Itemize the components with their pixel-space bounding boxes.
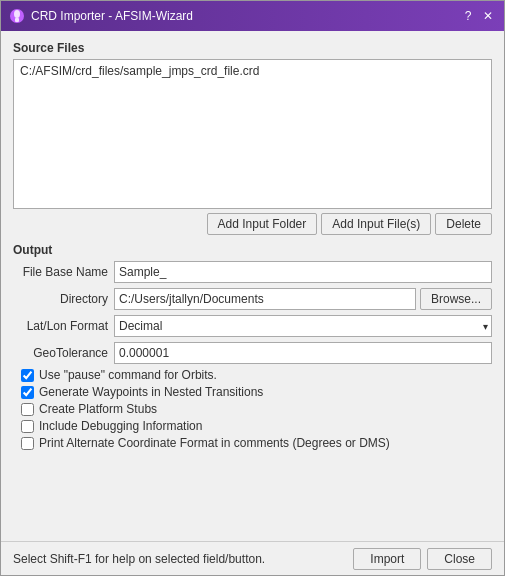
directory-label: Directory xyxy=(13,292,108,306)
svg-rect-2 xyxy=(15,18,19,22)
include-debugging-checkbox[interactable] xyxy=(21,420,34,433)
file-base-name-label: File Base Name xyxy=(13,265,108,279)
help-button[interactable]: ? xyxy=(460,8,476,24)
output-grid: File Base Name Directory Browse... Lat/L… xyxy=(13,261,492,364)
print-alternate-coord-checkbox[interactable] xyxy=(21,437,34,450)
lat-lon-format-select[interactable]: Decimal DMS xyxy=(114,315,492,337)
checkbox-row-4: Include Debugging Information xyxy=(21,419,492,433)
waypoints-nested-checkbox[interactable] xyxy=(21,386,34,399)
close-button[interactable]: ✕ xyxy=(480,8,496,24)
close-dialog-button[interactable]: Close xyxy=(427,548,492,570)
source-files-box: C:/AFSIM/crd_files/sample_jmps_crd_file.… xyxy=(13,59,492,209)
status-bar: Select Shift-F1 for help on selected fie… xyxy=(1,541,504,575)
title-bar-left: CRD Importer - AFSIM-Wizard xyxy=(9,8,193,24)
main-window: CRD Importer - AFSIM-Wizard ? ✕ Source F… xyxy=(0,0,505,576)
geo-tolerance-label: GeoTolerance xyxy=(13,346,108,360)
status-buttons: Import Close xyxy=(353,548,492,570)
lat-lon-format-label: Lat/Lon Format xyxy=(13,319,108,333)
checkbox-row-1: Use "pause" command for Orbits. xyxy=(21,368,492,382)
svg-point-1 xyxy=(14,10,20,18)
directory-row: Directory Browse... xyxy=(13,288,492,310)
window-title: CRD Importer - AFSIM-Wizard xyxy=(31,9,193,23)
create-platform-stubs-label: Create Platform Stubs xyxy=(39,402,157,416)
file-base-name-row: File Base Name xyxy=(13,261,492,283)
source-files-label: Source Files xyxy=(13,41,492,55)
create-platform-stubs-checkbox[interactable] xyxy=(21,403,34,416)
checkbox-row-3: Create Platform Stubs xyxy=(21,402,492,416)
import-button[interactable]: Import xyxy=(353,548,421,570)
print-alternate-coord-label: Print Alternate Coordinate Format in com… xyxy=(39,436,390,450)
browse-button[interactable]: Browse... xyxy=(420,288,492,310)
add-input-files-button[interactable]: Add Input File(s) xyxy=(321,213,431,235)
source-files-section: Source Files C:/AFSIM/crd_files/sample_j… xyxy=(13,41,492,235)
checkbox-row-2: Generate Waypoints in Nested Transitions xyxy=(21,385,492,399)
delete-button[interactable]: Delete xyxy=(435,213,492,235)
main-content: Source Files C:/AFSIM/crd_files/sample_j… xyxy=(1,31,504,541)
add-input-folder-button[interactable]: Add Input Folder xyxy=(207,213,318,235)
checkbox-row-5: Print Alternate Coordinate Format in com… xyxy=(21,436,492,450)
directory-input-group: Browse... xyxy=(114,288,492,310)
status-text: Select Shift-F1 for help on selected fie… xyxy=(13,552,265,566)
include-debugging-label: Include Debugging Information xyxy=(39,419,202,433)
pause-orbits-label: Use "pause" command for Orbits. xyxy=(39,368,217,382)
directory-input[interactable] xyxy=(114,288,416,310)
output-label: Output xyxy=(13,243,492,257)
source-buttons: Add Input Folder Add Input File(s) Delet… xyxy=(13,213,492,235)
title-bar: CRD Importer - AFSIM-Wizard ? ✕ xyxy=(1,1,504,31)
geo-tolerance-input[interactable] xyxy=(114,342,492,364)
output-section: Output File Base Name Directory Browse..… xyxy=(13,243,492,531)
app-icon xyxy=(9,8,25,24)
geo-tolerance-row: GeoTolerance xyxy=(13,342,492,364)
lat-lon-format-row: Lat/Lon Format Decimal DMS ▾ xyxy=(13,315,492,337)
waypoints-nested-label: Generate Waypoints in Nested Transitions xyxy=(39,385,263,399)
file-base-name-input[interactable] xyxy=(114,261,492,283)
title-controls: ? ✕ xyxy=(460,8,496,24)
source-file-path: C:/AFSIM/crd_files/sample_jmps_crd_file.… xyxy=(20,64,259,78)
pause-orbits-checkbox[interactable] xyxy=(21,369,34,382)
checkboxes-section: Use "pause" command for Orbits. Generate… xyxy=(13,368,492,450)
lat-lon-select-wrapper: Decimal DMS ▾ xyxy=(114,315,492,337)
